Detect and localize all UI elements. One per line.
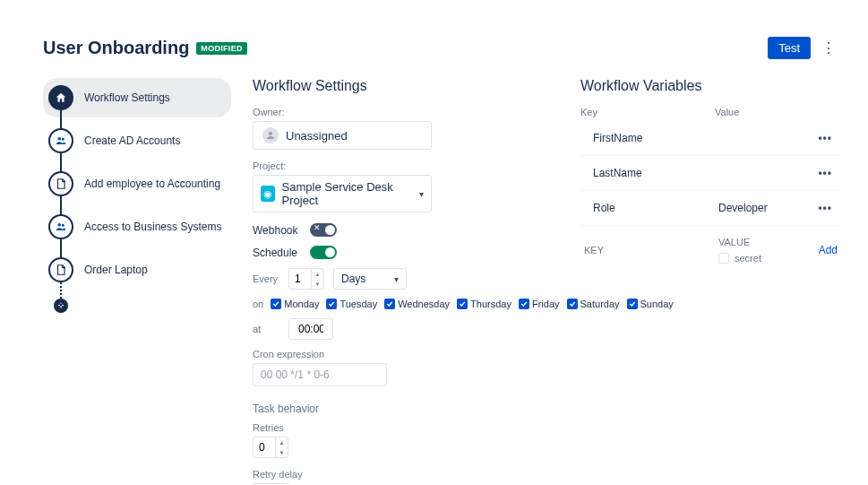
svg-point-1 (62, 138, 64, 141)
spinner-down[interactable]: ▼ (312, 279, 323, 289)
schedule-toggle[interactable] (310, 246, 337, 259)
settings-title: Workflow Settings (253, 78, 548, 94)
variable-key: Role (584, 202, 718, 214)
step-label: Create AD Accounts (84, 134, 180, 147)
home-icon (48, 85, 73, 110)
day-checkbox-wednesday[interactable] (384, 299, 395, 309)
every-label: Every (253, 273, 279, 284)
add-variable-link[interactable]: Add (819, 244, 838, 256)
at-time-input[interactable] (288, 318, 333, 340)
variable-key: FirstName (584, 132, 718, 144)
var-key-header: Key (580, 107, 715, 117)
step-add-employee-accounting[interactable]: Add employee to Accounting (43, 164, 231, 204)
step-label: Order Laptop (84, 264, 148, 276)
modified-badge: MODIFIED (196, 42, 246, 55)
every-unit-select[interactable]: Days ▾ (333, 268, 407, 290)
variable-more-button[interactable]: ••• (812, 167, 838, 179)
step-order-laptop[interactable]: Order Laptop (43, 250, 231, 290)
svg-point-4 (269, 132, 272, 135)
day-checkbox-friday[interactable] (519, 299, 529, 309)
cron-expression-input[interactable] (253, 363, 387, 386)
variable-row: Role Developer ••• (580, 191, 841, 226)
step-label: Workflow Settings (84, 91, 170, 104)
more-actions-button[interactable]: ⋮ (816, 36, 841, 60)
owner-value: Unassigned (286, 129, 348, 143)
variable-value: Developer (718, 202, 812, 214)
workflow-steps-sidebar: Workflow Settings Create AD Accounts Add… (43, 78, 231, 485)
step-label: Add employee to Accounting (84, 178, 220, 190)
day-checkbox-monday[interactable] (271, 299, 281, 309)
new-key-placeholder[interactable]: KEY (584, 245, 718, 255)
day-checkbox-thursday[interactable] (457, 299, 468, 309)
project-label: Project: (253, 160, 548, 171)
project-select[interactable]: ◉ Sample Service Desk Project ▾ (253, 175, 432, 212)
owner-picker[interactable]: Unassigned (253, 121, 432, 150)
cron-label: Cron expression (253, 349, 548, 359)
retry-delay-label: Retry delay (253, 469, 548, 480)
variable-key: LastName (584, 167, 718, 179)
doc-icon (48, 171, 73, 196)
task-behavior-label: Task behavior (253, 403, 548, 415)
variable-row: FirstName ••• (580, 121, 841, 156)
avatar-icon (262, 127, 279, 143)
var-value-header: Value (715, 107, 841, 117)
retries-label: Retries (253, 422, 548, 433)
new-value-placeholder[interactable]: VALUE (718, 237, 819, 247)
at-label: at (253, 324, 279, 334)
svg-point-3 (62, 224, 64, 227)
webhook-label: Webhook (253, 224, 297, 237)
people-icon (48, 214, 73, 239)
test-button[interactable]: Test (768, 37, 811, 59)
step-access-business-systems[interactable]: Access to Business Systems (43, 207, 231, 247)
chevron-down-icon: ▾ (394, 274, 399, 284)
webhook-toggle[interactable] (310, 223, 337, 237)
svg-point-0 (58, 137, 62, 141)
step-workflow-settings[interactable]: Workflow Settings (43, 78, 231, 117)
svg-point-2 (58, 223, 62, 227)
day-checkbox-saturday[interactable] (567, 299, 578, 309)
step-create-ad-accounts[interactable]: Create AD Accounts (43, 121, 231, 160)
project-value: Sample Service Desk Project (282, 180, 412, 207)
day-checkbox-tuesday[interactable] (326, 299, 337, 309)
variable-more-button[interactable]: ••• (812, 202, 838, 214)
step-label: Access to Business Systems (84, 221, 221, 233)
owner-label: Owner: (253, 107, 548, 117)
schedule-label: Schedule (253, 247, 297, 259)
page-title: User Onboarding (43, 38, 189, 58)
variable-row: LastName ••• (580, 156, 841, 191)
doc-icon (48, 257, 73, 282)
spinner-up[interactable]: ▲ (276, 437, 288, 447)
secret-label: secret (735, 253, 761, 264)
on-label: on (253, 299, 263, 309)
variable-more-button[interactable]: ••• (812, 132, 838, 144)
project-icon: ◉ (261, 186, 275, 202)
chevron-down-icon: ▾ (419, 189, 424, 199)
spinner-up[interactable]: ▲ (312, 269, 323, 279)
people-icon (48, 128, 73, 153)
kebab-icon: ⋮ (821, 40, 836, 56)
secret-checkbox[interactable] (718, 253, 729, 264)
spinner-down[interactable]: ▼ (276, 447, 288, 457)
variables-title: Workflow Variables (580, 78, 841, 94)
